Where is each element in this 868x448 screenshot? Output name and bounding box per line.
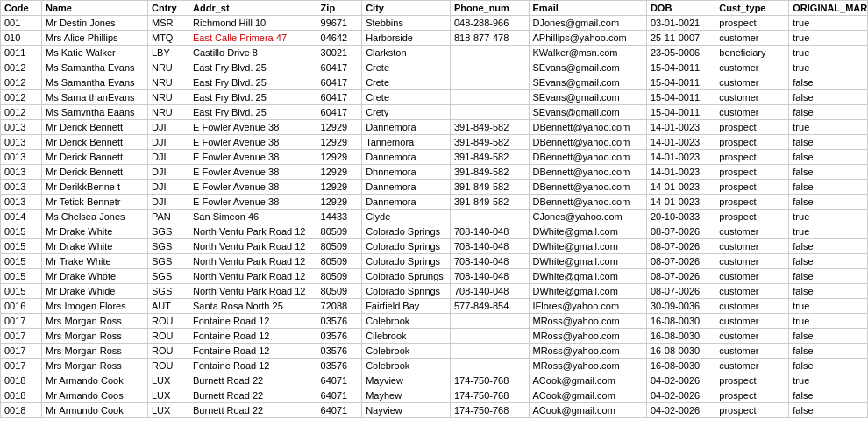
table-cell: prospect bbox=[715, 210, 789, 224]
header-email[interactable]: Email bbox=[529, 1, 646, 16]
header-city[interactable]: City bbox=[362, 1, 451, 16]
table-cell: Ms Samantha Evans bbox=[42, 60, 148, 75]
table-cell: SGS bbox=[147, 254, 189, 269]
header-phone[interactable]: Phone_num bbox=[450, 1, 529, 16]
header-original[interactable]: ORIGINAL_MARK bbox=[789, 1, 868, 16]
table-row: 0017Mrs Morgan RossROUFontaine Road 1203… bbox=[1, 344, 868, 359]
header-custtype[interactable]: Cust_type bbox=[715, 1, 789, 16]
table-cell: ACook@gmail.com bbox=[529, 388, 646, 403]
table-cell: East Calle Primera 47 bbox=[189, 31, 317, 46]
table-cell: Colebrook bbox=[362, 344, 451, 359]
table-cell: prospect bbox=[715, 120, 789, 135]
table-cell: Colorado Springs bbox=[362, 284, 451, 299]
table-cell bbox=[450, 75, 529, 90]
table-cell: 0014 bbox=[1, 210, 42, 224]
table-cell: CJones@yahoo.com bbox=[529, 210, 646, 224]
table-cell: E Fowler Avenue 38 bbox=[189, 135, 317, 150]
table-cell: 0018 bbox=[1, 373, 42, 388]
table-cell: false bbox=[789, 269, 868, 284]
table-cell: 708-140-048 bbox=[450, 284, 529, 299]
table-cell: 08-07-0026 bbox=[646, 239, 715, 254]
table-row: 0015Mr Trake WhiteSGSNorth Ventu Park Ro… bbox=[1, 254, 868, 269]
table-cell: prospect bbox=[715, 135, 789, 150]
table-row: 0015Mr Drake WhiteSGSNorth Ventu Park Ro… bbox=[1, 239, 868, 254]
table-cell: false bbox=[789, 403, 868, 418]
table-cell: 12929 bbox=[317, 135, 362, 150]
header-zip[interactable]: Zip bbox=[317, 1, 362, 16]
table-cell: Mayview bbox=[362, 373, 451, 388]
table-cell: Colebrook bbox=[362, 314, 451, 329]
table-cell: Colorado Sprungs bbox=[362, 269, 451, 284]
table-cell: Castillo Drive 8 bbox=[189, 46, 317, 60]
table-cell: 08-07-0026 bbox=[646, 224, 715, 239]
table-cell: prospect bbox=[715, 165, 789, 180]
table-cell: 04-02-0026 bbox=[646, 373, 715, 388]
table-row: 0013Mr Derick BennettDJIE Fowler Avenue … bbox=[1, 120, 868, 135]
table-cell: Mr Armando Cook bbox=[42, 373, 148, 388]
table-cell: 391-849-582 bbox=[450, 120, 529, 135]
table-cell: Colorado Springs bbox=[362, 224, 451, 239]
table-cell: SGS bbox=[147, 239, 189, 254]
table-cell: San Simeon 46 bbox=[189, 210, 317, 224]
table-cell: 0013 bbox=[1, 195, 42, 210]
table-cell: Mr Drake Whote bbox=[42, 269, 148, 284]
table-header-row: Code Name Cntry Addr_st Zip City Phone_n… bbox=[1, 1, 868, 16]
table-row: 0018Mr Armundo CookLUXBurnett Road 22640… bbox=[1, 403, 868, 418]
header-dob[interactable]: DOB bbox=[646, 1, 715, 16]
table-cell: customer bbox=[715, 284, 789, 299]
table-cell: Mr Derick Bennett bbox=[42, 120, 148, 135]
table-cell: 03-01-0021 bbox=[646, 16, 715, 31]
table-cell: Mr Drake White bbox=[42, 239, 148, 254]
table-cell: Mrs Alice Phillips bbox=[42, 31, 148, 46]
table-cell: AUT bbox=[147, 299, 189, 314]
table-cell: 14-01-0023 bbox=[646, 180, 715, 195]
table-cell: MSR bbox=[147, 16, 189, 31]
table-row: 0018Mr Armando CoosLUXBurnett Road 22640… bbox=[1, 388, 868, 403]
table-cell: Harborside bbox=[362, 31, 451, 46]
table-cell: 0013 bbox=[1, 120, 42, 135]
table-cell: Fontaine Road 12 bbox=[189, 314, 317, 329]
table-cell: PAN bbox=[147, 210, 189, 224]
table-cell: 391-849-582 bbox=[450, 180, 529, 195]
table-cell: 16-08-0030 bbox=[646, 314, 715, 329]
header-code[interactable]: Code bbox=[1, 1, 42, 16]
table-cell: Colebrook bbox=[362, 359, 451, 373]
table-cell: Burnett Road 22 bbox=[189, 373, 317, 388]
table-cell: Clarkston bbox=[362, 46, 451, 60]
table-cell: MRoss@yahoo.com bbox=[529, 314, 646, 329]
table-cell: SEvans@gmail.com bbox=[529, 105, 646, 120]
table-cell: Ms Chelsea Jones bbox=[42, 210, 148, 224]
table-cell: LUX bbox=[147, 373, 189, 388]
table-cell: Mr Trake White bbox=[42, 254, 148, 269]
table-cell: 0013 bbox=[1, 135, 42, 150]
table-cell: Richmond Hill 10 bbox=[189, 16, 317, 31]
table-cell: 64071 bbox=[317, 403, 362, 418]
table-row: 0017Mrs Morgan RossROUFontaine Road 1203… bbox=[1, 359, 868, 373]
table-cell: DBennett@yahoo.com bbox=[529, 135, 646, 150]
table-cell: 25-11-0007 bbox=[646, 31, 715, 46]
header-cntry[interactable]: Cntry bbox=[147, 1, 189, 16]
header-name[interactable]: Name bbox=[42, 1, 148, 16]
table-cell: 708-140-048 bbox=[450, 269, 529, 284]
table-cell: Crete bbox=[362, 75, 451, 90]
table-cell: 708-140-048 bbox=[450, 254, 529, 269]
table-cell: 12929 bbox=[317, 120, 362, 135]
table-cell: NRU bbox=[147, 90, 189, 105]
table-cell: 0012 bbox=[1, 60, 42, 75]
table-cell: false bbox=[789, 75, 868, 90]
table-cell: Mr Armundo Cook bbox=[42, 403, 148, 418]
table-cell: 14433 bbox=[317, 210, 362, 224]
table-cell: 64071 bbox=[317, 388, 362, 403]
table-cell: 14-01-0023 bbox=[646, 150, 715, 165]
table-cell: MTQ bbox=[147, 31, 189, 46]
data-table-container[interactable]: Code Name Cntry Addr_st Zip City Phone_n… bbox=[0, 0, 868, 448]
table-cell: DBennett@yahoo.com bbox=[529, 180, 646, 195]
table-cell: Mr Derick Bennett bbox=[42, 165, 148, 180]
table-cell: North Ventu Park Road 12 bbox=[189, 239, 317, 254]
table-cell: 30021 bbox=[317, 46, 362, 60]
header-addr[interactable]: Addr_st bbox=[189, 1, 317, 16]
table-cell: LBY bbox=[147, 46, 189, 60]
table-cell: 14-01-0023 bbox=[646, 120, 715, 135]
table-cell: 174-750-768 bbox=[450, 388, 529, 403]
table-cell: ROU bbox=[147, 359, 189, 373]
